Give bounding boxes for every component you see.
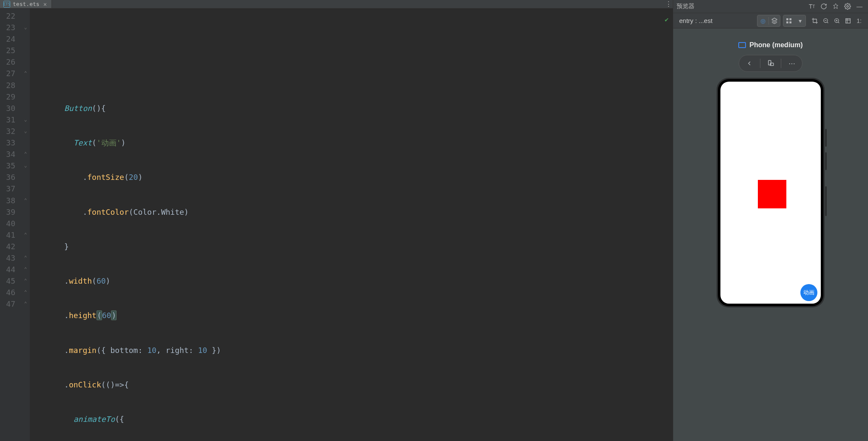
fold-handle[interactable]: ⌄: [21, 114, 30, 125]
device-more-icon[interactable]: ⋯: [781, 55, 802, 71]
code-line-30[interactable]: .margin({ bottom: 10, right: 10 }): [37, 344, 673, 356]
fold-handle[interactable]: ⌃: [21, 298, 30, 310]
phone-screen[interactable]: 动画: [720, 82, 821, 304]
fold-handle: [21, 45, 30, 56]
code-line-27[interactable]: }: [37, 241, 673, 252]
phone-frame-wrap: 动画: [673, 78, 868, 307]
pin-icon[interactable]: [831, 1, 841, 11]
line-number[interactable]: 27: [0, 68, 21, 79]
fold-handle: [21, 137, 30, 148]
svg-line-7: [827, 22, 828, 23]
line-number[interactable]: 44: [0, 264, 21, 275]
device-back-icon[interactable]: [739, 55, 760, 71]
editor-tab-test[interactable]: ETS test.ets ×: [0, 0, 52, 8]
fold-handle[interactable]: ⌃: [21, 148, 30, 160]
line-number[interactable]: 38: [0, 195, 21, 206]
line-number[interactable]: 23: [0, 22, 21, 33]
line-number[interactable]: 36: [0, 171, 21, 183]
code-line-22[interactable]: [37, 68, 673, 79]
line-number-gutter: 2223242526272829303132333435363738394041…: [0, 9, 21, 441]
fold-handle[interactable]: ⌄: [21, 22, 30, 33]
phone-side-button: [825, 186, 827, 216]
code-line-32[interactable]: animateTo({: [37, 413, 673, 425]
code-line-31[interactable]: .onClick(()=>{: [37, 379, 673, 390]
code-line-24[interactable]: Text('动画'): [37, 137, 673, 148]
code-line-25[interactable]: .fontSize(20): [37, 171, 673, 183]
previewer-title: 预览器: [677, 3, 805, 10]
current-line-highlight: [30, 91, 673, 102]
line-number[interactable]: 46: [0, 287, 21, 298]
dropdown-icon[interactable]: ▾: [794, 15, 805, 26]
zoom-ratio-label[interactable]: 1:: [854, 15, 865, 26]
fold-handle: [21, 33, 30, 45]
fold-handle[interactable]: ⌃: [21, 287, 30, 298]
line-number[interactable]: 43: [0, 252, 21, 264]
line-number[interactable]: 42: [0, 241, 21, 252]
code-editor[interactable]: 2223242526272829303132333435363738394041…: [0, 9, 673, 441]
zoom-in-icon[interactable]: [831, 15, 842, 26]
device-rotate-icon[interactable]: [760, 55, 781, 71]
line-number[interactable]: 29: [0, 91, 21, 102]
fold-handle[interactable]: ⌄: [21, 125, 30, 137]
code-line-23[interactable]: Button(){: [37, 102, 673, 114]
inspect-target-icon[interactable]: ◎: [757, 15, 768, 26]
fold-handle[interactable]: ⌃: [21, 264, 30, 275]
line-number[interactable]: 24: [0, 33, 21, 45]
fold-handle: [21, 91, 30, 102]
close-icon[interactable]: ×: [42, 1, 48, 8]
grid-icon[interactable]: [783, 15, 794, 26]
ets-file-icon: ETS: [3, 1, 10, 8]
inspect-layers-icon[interactable]: [769, 15, 780, 26]
svg-rect-2: [789, 18, 791, 20]
line-number[interactable]: 28: [0, 80, 21, 91]
fold-handle[interactable]: ⌄: [21, 160, 30, 171]
fit-screen-icon[interactable]: [842, 15, 854, 26]
previewer-pane: 预览器 TT — entry : ...est ◎ ▾: [673, 0, 868, 441]
svg-rect-4: [789, 21, 791, 23]
animate-button-label: 动画: [803, 289, 814, 296]
line-number[interactable]: 37: [0, 183, 21, 194]
line-number[interactable]: 47: [0, 298, 21, 310]
code-line-29[interactable]: .height(60): [37, 310, 673, 321]
line-number[interactable]: 25: [0, 45, 21, 56]
fold-handle: [21, 80, 30, 91]
zoom-out-icon[interactable]: [820, 15, 831, 26]
fold-handle[interactable]: ⌃: [21, 68, 30, 79]
code-line-28[interactable]: .width(60): [37, 275, 673, 287]
previewer-entry-label[interactable]: entry : ...est: [677, 17, 754, 24]
code-line-26[interactable]: .fontColor(Color.White): [37, 206, 673, 218]
crop-icon[interactable]: [809, 15, 820, 26]
fold-handle[interactable]: ⌃: [21, 275, 30, 287]
previewer-header: 预览器 TT —: [673, 0, 868, 13]
line-number[interactable]: 35: [0, 160, 21, 171]
line-number[interactable]: 22: [0, 10, 21, 22]
line-number[interactable]: 33: [0, 137, 21, 148]
device-label: Phone (medium): [749, 41, 803, 49]
animate-button[interactable]: 动画: [800, 284, 817, 301]
previewer-subbar: entry : ...est ◎ ▾: [673, 13, 868, 28]
line-number[interactable]: 41: [0, 229, 21, 241]
line-number[interactable]: 40: [0, 218, 21, 229]
settings-icon[interactable]: [842, 1, 853, 11]
fold-handle: [21, 241, 30, 252]
tabbar-more-icon[interactable]: ⋮: [664, 0, 673, 8]
editor-pane: ETS test.ets × ⋮ ✔ 222324252627282930313…: [0, 0, 673, 441]
toggle-font-icon[interactable]: TT: [807, 1, 817, 11]
fold-handle: [21, 10, 30, 22]
code-lines[interactable]: Button(){ Text('动画') .fontSize(20) .font…: [30, 9, 673, 441]
fold-handle[interactable]: ⌃: [21, 252, 30, 264]
line-number[interactable]: 34: [0, 148, 21, 160]
line-number[interactable]: 30: [0, 102, 21, 114]
fold-handle: [21, 102, 30, 114]
line-number[interactable]: 26: [0, 56, 21, 68]
fold-handle[interactable]: ⌃: [21, 229, 30, 241]
line-number[interactable]: 32: [0, 125, 21, 137]
animated-red-box: [758, 180, 786, 208]
fold-handle: [21, 171, 30, 183]
hide-icon[interactable]: —: [854, 1, 865, 11]
line-number[interactable]: 45: [0, 275, 21, 287]
line-number[interactable]: 39: [0, 206, 21, 218]
fold-handle[interactable]: ⌃: [21, 195, 30, 206]
refresh-icon[interactable]: [819, 1, 829, 11]
line-number[interactable]: 31: [0, 114, 21, 125]
